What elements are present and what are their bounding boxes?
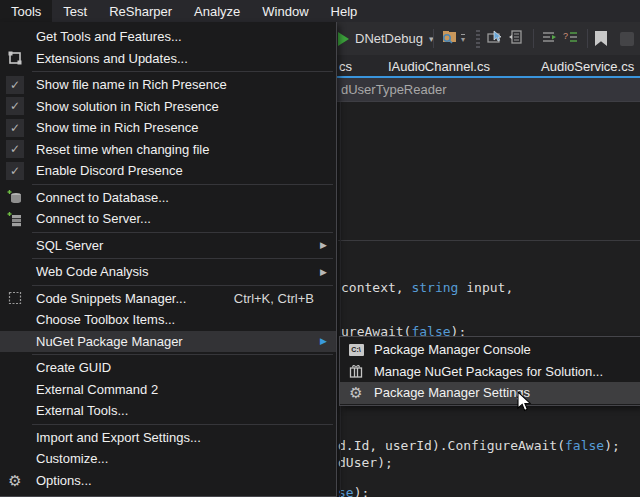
check-icon: ✓ <box>6 140 24 158</box>
menu-item-external-command-2[interactable]: External Command 2 <box>0 379 336 401</box>
code-line: se); <box>338 485 369 497</box>
submenu-arrow-icon: ▶ <box>320 240 327 250</box>
console-icon: C:\ <box>347 341 365 359</box>
extensions-icon <box>6 49 24 67</box>
bookmark-flag-icon <box>595 31 607 46</box>
code-line: d.Id, userId).ConfigureAwait(false); <box>338 438 620 453</box>
toolbar-drag-grip[interactable] <box>476 22 480 55</box>
menu-test[interactable]: Test <box>52 0 98 22</box>
menu-item-connect-server[interactable]: Connect to Server... <box>0 208 336 230</box>
tab-partial[interactable]: cs <box>339 55 352 78</box>
menu-item-code-snippets[interactable]: Code Snippets Manager... Ctrl+K, Ctrl+B <box>0 288 336 310</box>
menu-item-options[interactable]: ⚙ Options... <box>0 470 336 492</box>
toolbar-separator <box>533 29 534 48</box>
menu-item-extensions-updates[interactable]: Extensions and Updates... <box>0 48 336 70</box>
menu-tools[interactable]: Tools <box>0 0 52 22</box>
copy-document-button[interactable] <box>508 22 526 55</box>
navigate-cursor-icon <box>486 29 504 48</box>
menu-item-import-export-settings[interactable]: Import and Export Settings... <box>0 427 336 449</box>
menu-resharper[interactable]: ReSharper <box>98 0 183 22</box>
solution-config-dropdown[interactable]: DNetDebug ▾ <box>348 22 433 55</box>
menu-item-connect-database[interactable]: Connect to Database... <box>0 187 336 209</box>
package-icon <box>347 362 365 380</box>
menu-item-enable-discord[interactable]: ✓Enable Discord Presence <box>0 160 336 182</box>
menu-item-show-solution[interactable]: ✓Show solution in Rich Presence <box>0 96 336 118</box>
editor-left-edge <box>340 102 341 497</box>
format-selection-button[interactable]: ? <box>562 22 580 55</box>
editor-divider <box>338 240 640 241</box>
menu-item-sql-server[interactable]: SQL Server▶ <box>0 235 336 257</box>
toolbar-overflow-button[interactable]: ▾ <box>461 22 465 55</box>
menu-item-show-file-name[interactable]: ✓Show file name in Rich Presence <box>0 74 336 96</box>
config-label: DNetDebug <box>355 31 423 46</box>
toolbar-separator <box>433 29 434 48</box>
find-in-files-button[interactable] <box>440 22 458 55</box>
indent-lines-icon <box>540 29 558 48</box>
menu-help[interactable]: Help <box>320 0 369 22</box>
menu-item-create-guid[interactable]: Create GUID <box>0 357 336 379</box>
tools-menu: Get Tools and Features... Extensions and… <box>0 22 337 497</box>
mouse-cursor <box>517 391 533 416</box>
check-icon: ✓ <box>6 162 24 180</box>
indent-selection-icon: ? <box>562 29 580 48</box>
menu-item-show-time[interactable]: ✓Show time in Rich Presence <box>0 117 336 139</box>
document-lines-icon <box>508 29 526 48</box>
toggle-bookmark-button[interactable] <box>595 22 607 55</box>
disabled-bookmark-icon <box>620 32 634 46</box>
toolbar-separator <box>587 29 588 48</box>
navigate-back-button[interactable] <box>486 22 504 55</box>
menu-item-web-code-analysis[interactable]: Web Code Analysis▶ <box>0 261 336 283</box>
breadcrumb-text: dUserTypeReader <box>341 82 447 97</box>
code-snippets-icon <box>6 289 24 307</box>
menu-item-manage-nuget-packages[interactable]: Manage NuGet Packages for Solution... <box>340 361 640 383</box>
svg-text:?: ? <box>563 31 568 41</box>
menu-item-external-tools[interactable]: External Tools... <box>0 400 336 422</box>
menu-analyze[interactable]: Analyze <box>183 0 251 22</box>
menu-item-package-manager-settings[interactable]: ⚙ Package Manager Settings <box>340 382 640 404</box>
gear-icon: ⚙ <box>347 384 365 402</box>
format-document-button[interactable] <box>540 22 558 55</box>
connect-database-icon <box>6 188 24 206</box>
vs-window: Tools Test ReSharper Analyze Window Help… <box>0 0 640 497</box>
menu-item-get-tools-features[interactable]: Get Tools and Features... <box>0 26 336 48</box>
connect-server-icon <box>6 210 24 228</box>
tab-iaudiochannel[interactable]: IAudioChannel.cs <box>388 55 490 78</box>
check-icon: ✓ <box>6 97 24 115</box>
menu-item-reset-time[interactable]: ✓Reset time when changing file <box>0 139 336 161</box>
tab-audioservice[interactable]: AudioService.cs <box>541 55 634 78</box>
nuget-submenu: C:\ Package Manager Console Manage NuGet… <box>339 336 640 406</box>
overflow-chevron-icon: ▾ <box>461 34 465 44</box>
check-icon: ✓ <box>6 76 24 94</box>
menu-item-package-manager-console[interactable]: C:\ Package Manager Console <box>340 339 640 361</box>
menu-item-nuget-package-manager[interactable]: NuGet Package Manager▶ <box>0 331 336 353</box>
menu-item-customize[interactable]: Customize... <box>0 448 336 470</box>
code-line: dUser); <box>338 455 393 470</box>
shortcut-label: Ctrl+K, Ctrl+B <box>234 291 314 306</box>
submenu-arrow-icon: ▶ <box>320 336 327 346</box>
grip-icon <box>476 30 480 48</box>
menu-bar: Tools Test ReSharper Analyze Window Help <box>0 0 640 22</box>
submenu-arrow-icon: ▶ <box>320 267 327 277</box>
gear-icon: ⚙ <box>6 471 24 489</box>
check-icon: ✓ <box>6 119 24 137</box>
menu-window[interactable]: Window <box>251 0 319 22</box>
find-in-files-icon <box>440 29 458 48</box>
menu-item-choose-toolbox[interactable]: Choose Toolbox Items... <box>0 309 336 331</box>
code-line: context, string input, <box>341 280 513 295</box>
prev-bookmark-button[interactable] <box>620 22 634 55</box>
